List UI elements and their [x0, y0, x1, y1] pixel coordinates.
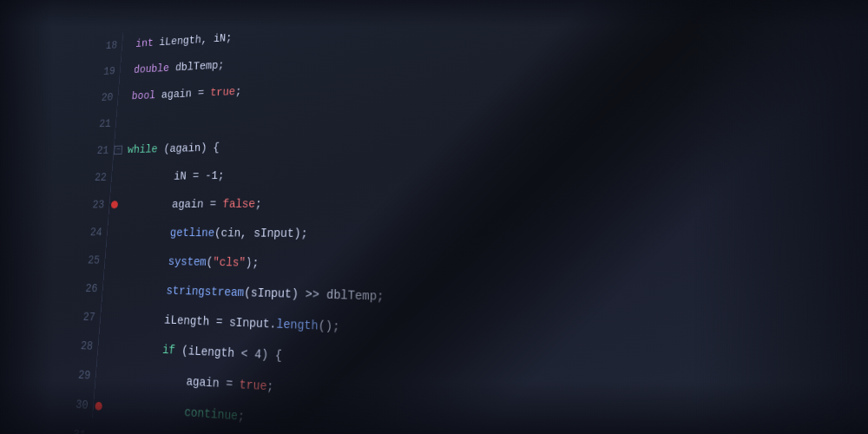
line-number: 21 [84, 110, 112, 138]
breakpoint-indicator [111, 201, 119, 208]
line-number: 27 [68, 302, 96, 332]
line-number: 29 [62, 359, 92, 391]
collapse-indicator[interactable]: − [114, 146, 122, 155]
line-number: 23 [77, 191, 106, 219]
line-number: 20 [86, 84, 114, 111]
editor-container: 1819202121222324252627282930313233343536… [0, 0, 868, 434]
line-number: 26 [69, 274, 98, 303]
line-number: 30 [60, 389, 89, 420]
line-number: 21 [82, 137, 109, 165]
left-fade [0, 0, 52, 434]
line-number: 24 [75, 219, 103, 247]
line-number: 28 [65, 331, 95, 361]
breakpoint-indicator [95, 402, 102, 411]
code-content: int iLength, iN;double dblTemp;bool agai… [93, 0, 868, 434]
line-number: 18 [91, 32, 119, 59]
line-number: 22 [79, 164, 108, 192]
code-area: 1819202121222324252627282930313233343536… [55, 0, 868, 434]
line-number: 25 [72, 246, 101, 274]
line-number: 31 [57, 418, 87, 434]
line-number: 19 [89, 58, 116, 85]
